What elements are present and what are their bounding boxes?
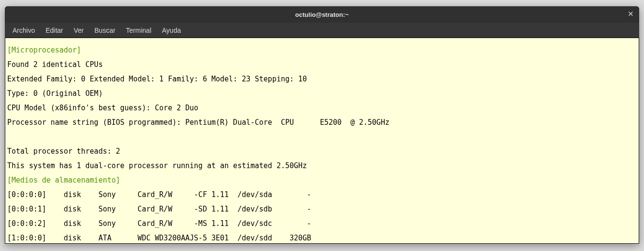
output-line: CPU Model (x86info's best guess): Core 2… (7, 105, 637, 112)
output-line: [0:0:0:2] disk Sony Card_R/W -MS 1.11 /d… (7, 220, 637, 227)
menu-terminal[interactable]: Terminal (121, 25, 156, 36)
output-line: [0:0:0:0] disk Sony Card_R/W -CF 1.11 /d… (7, 191, 637, 198)
output-line: Type: 0 (Original OEM) (7, 90, 637, 97)
titlebar[interactable]: octulio@straton:~ ✕ (5, 6, 639, 23)
output-line: [0:0:0:1] disk Sony Card_R/W -SD 1.11 /d… (7, 206, 637, 213)
output-line: This system has 1 dual-core processor ru… (7, 162, 637, 170)
window-title: octulio@straton:~ (295, 11, 349, 18)
menubar: Archivo Editar Ver Buscar Terminal Ayuda (5, 23, 639, 38)
menu-ayuda[interactable]: Ayuda (157, 25, 186, 36)
menu-archivo[interactable]: Archivo (8, 25, 40, 36)
terminal-viewport[interactable]: [Microprocesador] Found 2 identical CPUs… (5, 38, 639, 244)
output-line: Extended Family: 0 Extended Model: 1 Fam… (7, 76, 637, 83)
close-icon[interactable]: ✕ (626, 9, 635, 19)
section-cpu-header: [Microprocesador] (7, 47, 637, 54)
output-line: [1:0:0:0] disk ATA WDC WD3200AAJS-5 3E01… (7, 235, 637, 242)
output-line: Total processor threads: 2 (7, 148, 637, 155)
menu-ver[interactable]: Ver (69, 25, 88, 36)
output-line: Found 2 identical CPUs (7, 61, 637, 68)
output-line (7, 133, 637, 141)
terminal-window: octulio@straton:~ ✕ Archivo Editar Ver B… (5, 6, 639, 244)
section-storage-header: [Medios de almacenamiento] (7, 177, 637, 184)
menu-buscar[interactable]: Buscar (89, 25, 120, 36)
output-line: Processor name string (BIOS programmed):… (7, 119, 637, 126)
menu-editar[interactable]: Editar (41, 25, 68, 36)
